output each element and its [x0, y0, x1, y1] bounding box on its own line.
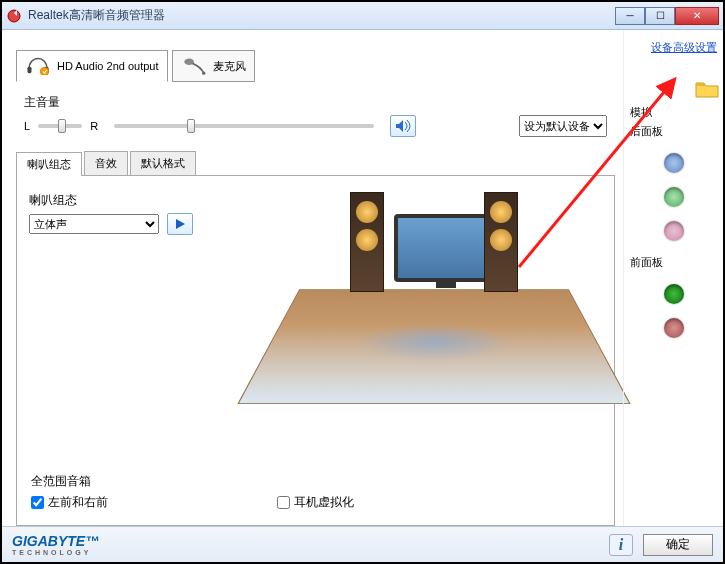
balance-right-label: R [90, 120, 98, 132]
front-panel-label: 前面板 [630, 255, 717, 270]
ok-button[interactable]: 确定 [643, 534, 713, 556]
output-tab-hd-audio[interactable]: HD Audio 2nd output [16, 50, 168, 82]
minimize-button[interactable]: ─ [615, 7, 645, 25]
title-bar: Realtek高清晰音频管理器 ─ ☐ ✕ [2, 2, 723, 30]
speaker-config-select[interactable]: 立体声 [29, 214, 159, 234]
folder-icon[interactable] [695, 80, 719, 98]
headphone-virtualization-row[interactable]: 耳机虚拟化 [277, 494, 354, 511]
close-button[interactable]: ✕ [675, 7, 719, 25]
balance-left-label: L [24, 120, 30, 132]
monitor-icon [394, 214, 494, 282]
jack-blue[interactable] [664, 153, 684, 173]
default-device-select[interactable]: 设为默认设备 [519, 115, 607, 137]
full-range-group: 全范围音箱 左前和右前 [31, 473, 108, 511]
tab-default-format[interactable]: 默认格式 [130, 151, 196, 175]
jack-front-red[interactable] [664, 318, 684, 338]
jack-front-green[interactable] [664, 284, 684, 304]
maximize-button[interactable]: ☐ [645, 7, 675, 25]
advanced-settings-link[interactable]: 设备高级设置 [630, 40, 717, 55]
test-play-button[interactable] [167, 213, 193, 235]
svg-rect-1 [27, 67, 31, 74]
tab-speaker-config[interactable]: 喇叭组态 [16, 152, 82, 176]
full-range-label: 全范围音箱 [31, 473, 108, 490]
output-tab-mic[interactable]: 麦克风 [172, 50, 255, 82]
volume-slider[interactable] [114, 124, 374, 128]
window-title: Realtek高清晰音频管理器 [28, 7, 615, 24]
window-buttons: ─ ☐ ✕ [615, 7, 719, 25]
speaker-right-icon[interactable] [484, 192, 518, 292]
mute-button[interactable] [390, 115, 416, 137]
headphone-icon [25, 55, 51, 77]
front-lr-checkbox[interactable] [31, 496, 44, 509]
left-panel: HD Audio 2nd output 麦克风 主音量 L R [2, 30, 623, 526]
analog-label: 模拟 [630, 105, 717, 120]
front-lr-checkbox-row[interactable]: 左前和右前 [31, 494, 108, 511]
front-lr-label: 左前和右前 [48, 494, 108, 511]
jack-green[interactable] [664, 187, 684, 207]
right-panel: 设备高级设置 模拟 后面板 前面板 [623, 30, 723, 526]
speaker-illustration [264, 186, 604, 426]
bottom-bar: GIGABYTE™ TECHNOLOGY i 确定 [2, 526, 723, 562]
balance-slider[interactable] [38, 124, 82, 128]
svg-point-5 [202, 72, 205, 75]
volume-section: 主音量 L R 设为默认设备 [16, 94, 615, 137]
output-tabs: HD Audio 2nd output 麦克风 [16, 38, 615, 82]
headphone-virtualization-checkbox[interactable] [277, 496, 290, 509]
output-tab-label: 麦克风 [213, 59, 246, 74]
speaker-left-icon[interactable] [350, 192, 384, 292]
tab-sound-effect[interactable]: 音效 [84, 151, 128, 175]
microphone-icon [181, 55, 207, 77]
info-button[interactable]: i [609, 534, 633, 556]
inner-tabstrip: 喇叭组态 音效 默认格式 [16, 151, 615, 176]
back-panel-label: 后面板 [630, 124, 717, 139]
default-device-dropdown[interactable]: 设为默认设备 [519, 115, 607, 137]
brand-logo: GIGABYTE™ TECHNOLOGY [12, 533, 99, 556]
volume-label: 主音量 [16, 94, 615, 111]
jack-pink[interactable] [664, 221, 684, 241]
inner-panel: 喇叭组态 立体声 全范围音箱 左前和右前 [16, 176, 615, 526]
headphone-virtualization-label: 耳机虚拟化 [294, 494, 354, 511]
svg-point-0 [8, 10, 20, 22]
output-tab-label: HD Audio 2nd output [57, 60, 159, 72]
app-icon [6, 8, 22, 24]
